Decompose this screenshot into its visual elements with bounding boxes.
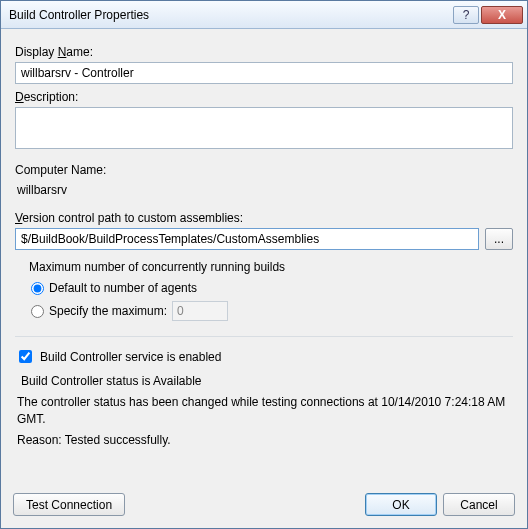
- close-icon: X: [498, 8, 506, 22]
- ok-button[interactable]: OK: [365, 493, 437, 516]
- status-message-1: The controller status has been changed w…: [17, 394, 513, 428]
- help-button[interactable]: ?: [453, 6, 479, 24]
- radio-specify-row[interactable]: Specify the maximum:: [31, 301, 513, 321]
- separator: [15, 336, 513, 337]
- max-value-input: [172, 301, 228, 321]
- enabled-row[interactable]: Build Controller service is enabled: [15, 347, 513, 366]
- radio-specify-label: Specify the maximum:: [49, 304, 167, 318]
- radio-default-label: Default to number of agents: [49, 281, 197, 295]
- computer-name-label: Computer Name:: [15, 163, 513, 177]
- vcpath-row: ...: [15, 228, 513, 250]
- test-connection-button[interactable]: Test Connection: [13, 493, 125, 516]
- dialog-window: Build Controller Properties ? X Display …: [0, 0, 528, 529]
- ellipsis-icon: ...: [494, 232, 504, 246]
- radio-specify[interactable]: [31, 305, 44, 318]
- description-label: Description:: [15, 90, 513, 104]
- status-message-2: Reason: Tested successfully.: [17, 432, 513, 449]
- vcpath-input[interactable]: [15, 228, 479, 250]
- radio-default[interactable]: [31, 282, 44, 295]
- description-input[interactable]: [15, 107, 513, 149]
- computer-name-value: willbarsrv: [15, 180, 513, 205]
- vcpath-label: Version control path to custom assemblie…: [15, 211, 513, 225]
- max-builds-label: Maximum number of concurrently running b…: [29, 260, 513, 274]
- close-button[interactable]: X: [481, 6, 523, 24]
- display-name-input[interactable]: [15, 62, 513, 84]
- status-label: Build Controller status is Available: [21, 374, 513, 388]
- enabled-label: Build Controller service is enabled: [40, 350, 221, 364]
- window-title: Build Controller Properties: [9, 8, 451, 22]
- help-icon: ?: [463, 8, 470, 22]
- enabled-checkbox[interactable]: [19, 350, 32, 363]
- titlebar: Build Controller Properties ? X: [1, 1, 527, 29]
- display-name-label: Display Name:: [15, 45, 513, 59]
- dialog-content: Display Name: Description: Computer Name…: [1, 29, 527, 485]
- radio-default-row[interactable]: Default to number of agents: [31, 281, 513, 295]
- browse-button[interactable]: ...: [485, 228, 513, 250]
- cancel-button[interactable]: Cancel: [443, 493, 515, 516]
- dialog-footer: Test Connection OK Cancel: [1, 485, 527, 528]
